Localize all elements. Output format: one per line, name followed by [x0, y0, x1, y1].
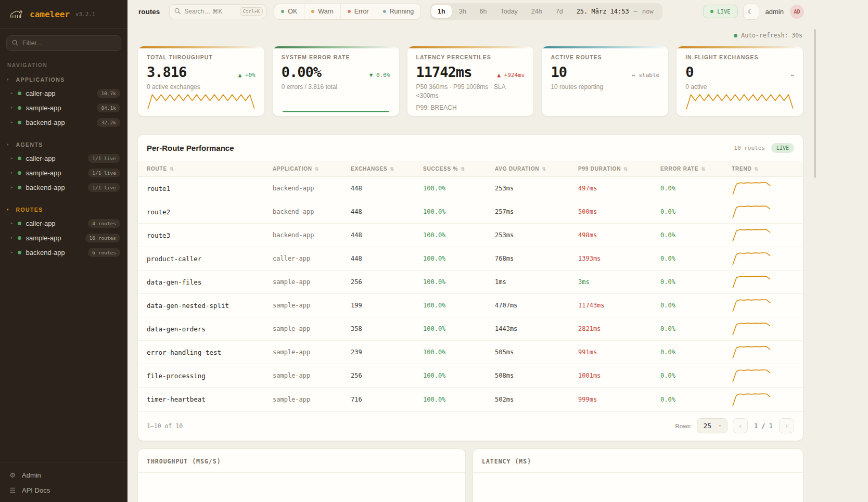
cell-application: sample-app — [273, 325, 351, 332]
search-input[interactable] — [184, 8, 236, 15]
cell-p99-duration: 11743ms — [578, 302, 660, 309]
cell-trend-sparkline — [732, 368, 771, 383]
avatar[interactable]: AD — [790, 5, 804, 19]
kpi-value-row: 3.816▲ +0% — [147, 64, 256, 80]
status-dot-icon — [311, 10, 314, 13]
table-row-product-caller[interactable]: product-callercaller-app448100.0%768ms13… — [138, 247, 803, 271]
column-header-route[interactable]: ROUTE⇅ — [147, 166, 273, 172]
prev-page-button[interactable]: ‹ — [733, 418, 748, 433]
table-row-file-processing[interactable]: file-processingsample-app256100.0%508ms1… — [138, 364, 803, 388]
date-range[interactable]: 25. März 14:53—now — [570, 8, 661, 15]
column-header-label: AVG DURATION — [495, 166, 539, 172]
column-header-success-[interactable]: SUCCESS %⇅ — [423, 166, 495, 172]
sidebar-item-sample-app[interactable]: ▸sample-app84.1k — [0, 100, 127, 115]
caret-right-icon: ▸ — [11, 156, 13, 160]
cell-exchanges: 358 — [351, 325, 423, 332]
column-header-error-rate[interactable]: ERROR RATE⇅ — [660, 166, 732, 172]
cell-success: 100.0% — [423, 302, 495, 309]
status-filter-warn[interactable]: Warn — [304, 4, 340, 19]
cell-exchanges: 239 — [351, 349, 423, 356]
column-header-label: EXCHANGES — [351, 166, 388, 172]
cell-trend-sparkline — [732, 392, 771, 407]
table-row-data-gen-nested-split[interactable]: data-gen-nested-splitsample-app199100.0%… — [138, 294, 803, 317]
kpi-value: 0 — [685, 64, 693, 80]
sidebar-item-badge: 6 routes — [88, 248, 120, 257]
cell-trend-sparkline — [732, 344, 771, 360]
sidebar-footer-admin[interactable]: ⚙Admin — [0, 468, 127, 483]
status-dot-icon — [18, 222, 21, 225]
sidebar-item-backend-app[interactable]: ▸backend-app6 routes — [0, 245, 127, 260]
live-badge[interactable]: LIVE — [703, 5, 737, 18]
sidebar-item-caller-app[interactable]: ▸caller-app1/1 live — [0, 151, 127, 165]
moon-icon: ☾ — [748, 7, 755, 16]
live-label: LIVE — [717, 8, 730, 15]
cell-success: 100.0% — [423, 278, 495, 286]
sidebar-item-backend-app[interactable]: ▸backend-app32.2k — [0, 115, 127, 130]
kpi-accent-strip — [676, 46, 803, 48]
range-button-1h[interactable]: 1h — [431, 5, 452, 18]
nav-group-label: APPLICATIONS — [16, 76, 65, 83]
cell-avg-duration: 253ms — [495, 185, 578, 192]
cell-route: data-gen-nested-split — [147, 302, 273, 310]
sidebar-item-badge: 1/1 live — [88, 154, 120, 163]
table-row-data-gen-orders[interactable]: data-gen-orderssample-app358100.0%1443ms… — [138, 317, 803, 341]
cell-trend-sparkline — [732, 251, 771, 266]
sidebar-item-caller-app[interactable]: ▸caller-app10.7k — [0, 86, 127, 100]
table-footer: 1–10 of 10 Rows: 25 ▾ ‹ 1 / 1 › — [138, 411, 803, 441]
theme-toggle-button[interactable]: ☾ — [743, 4, 759, 20]
kpi-card-total-throughput: TOTAL THROUGHPUT3.816▲ +0%0 active excha… — [137, 46, 265, 117]
sidebar-footer-api-docs[interactable]: ☰API Docs — [0, 483, 127, 498]
table-row-route1[interactable]: route1backend-app448100.0%253ms497ms0.0% — [138, 177, 803, 200]
status-filter-ok[interactable]: OK — [274, 4, 304, 19]
date-to: now — [642, 8, 654, 15]
sidebar-item-backend-app[interactable]: ▸backend-app1/1 live — [0, 180, 127, 195]
range-button-today[interactable]: Today — [494, 5, 524, 18]
table-row-error-handling-test[interactable]: error-handling-testsample-app239100.0%50… — [138, 341, 803, 364]
table-route-count: 10 routes — [734, 145, 765, 151]
caret-right-icon: ▸ — [11, 185, 13, 189]
nav-group-header-applications[interactable]: ▾APPLICATIONS — [0, 76, 127, 86]
column-header-exchanges[interactable]: EXCHANGES⇅ — [351, 166, 423, 172]
refresh-dot-icon — [734, 34, 737, 37]
scrollbar-thumb[interactable] — [814, 29, 816, 178]
column-header-avg-duration[interactable]: AVG DURATION⇅ — [495, 166, 578, 172]
cell-error-rate: 0.0% — [660, 372, 732, 379]
kpi-label: IN-FLIGHT EXCHANGES — [685, 54, 794, 60]
sidebar-item-sample-app[interactable]: ▸sample-app1/1 live — [0, 165, 127, 180]
column-header-application[interactable]: APPLICATION⇅ — [273, 166, 351, 172]
next-page-button[interactable]: › — [779, 418, 794, 433]
cell-trend-sparkline — [732, 274, 771, 290]
column-header-trend[interactable]: TREND⇅ — [732, 166, 794, 172]
cell-exchanges: 448 — [351, 231, 423, 239]
cell-p99-duration: 991ms — [578, 349, 660, 356]
range-button-7d[interactable]: 7d — [550, 5, 569, 18]
range-button-3h[interactable]: 3h — [453, 5, 473, 18]
cell-exchanges: 448 — [351, 208, 423, 215]
sidebar-item-caller-app[interactable]: ▸caller-app4 routes — [0, 216, 127, 230]
sidebar-item-badge: 1/1 live — [88, 183, 120, 192]
range-button-24h[interactable]: 24h — [525, 5, 548, 18]
sidebar-filter[interactable] — [6, 35, 121, 51]
sidebar-item-sample-app[interactable]: ▸sample-app16 routes — [0, 230, 127, 245]
table-row-route3[interactable]: route3backend-app448100.0%253ms498ms0.0% — [138, 224, 803, 247]
cell-exchanges: 199 — [351, 302, 423, 309]
status-dot-icon — [281, 10, 284, 13]
column-header-p99-duration[interactable]: P99 DURATION⇅ — [578, 166, 660, 172]
cell-p99-duration: 1001ms — [578, 372, 660, 379]
cell-application: backend-app — [273, 185, 351, 192]
range-button-6h[interactable]: 6h — [474, 5, 493, 18]
nav-group-header-agents[interactable]: ▾AGENTS — [0, 141, 127, 151]
table-row-timer-heartbeat[interactable]: timer-heartbeatsample-app716100.0%502ms9… — [138, 388, 803, 411]
filter-input[interactable] — [22, 40, 116, 47]
cell-p99-duration: 500ms — [578, 208, 660, 215]
nav-group-header-routes[interactable]: ▾ROUTES — [0, 207, 127, 216]
table-row-data-gen-files[interactable]: data-gen-filessample-app256100.0%1ms3ms0… — [138, 271, 803, 294]
search-box[interactable]: Ctrl+K — [169, 4, 266, 19]
table-row-route2[interactable]: route2backend-app448100.0%257ms500ms0.0% — [138, 200, 803, 224]
cell-avg-duration: 253ms — [495, 231, 578, 239]
status-filter-error[interactable]: Error — [340, 4, 376, 19]
rows-per-page-select[interactable]: 25 ▾ — [697, 418, 727, 433]
brand-name: cameleer — [30, 9, 70, 19]
status-filter-running[interactable]: Running — [376, 4, 421, 19]
cell-success: 100.0% — [423, 185, 495, 192]
